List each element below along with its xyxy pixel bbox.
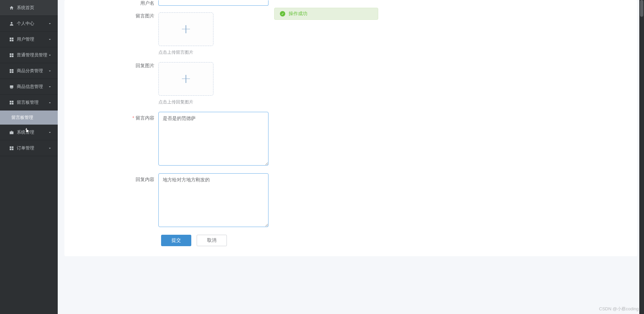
- svg-rect-22: [12, 146, 13, 148]
- button-row: 提交 取消: [64, 235, 637, 246]
- sidebar: 系统首页 个人中心 用户管理 普通管理员管理 商品分类管理 商品信息管理: [0, 0, 58, 314]
- sidebar-item-label: 系统首页: [17, 5, 52, 11]
- svg-rect-2: [12, 37, 13, 39]
- svg-rect-19: [9, 131, 13, 134]
- label-text: 留言内容: [136, 115, 154, 121]
- svg-rect-10: [12, 69, 13, 71]
- label-username: 用户名: [64, 0, 158, 6]
- chevron-down-icon: [48, 69, 52, 73]
- svg-rect-17: [9, 103, 11, 104]
- sidebar-item-product[interactable]: 商品信息管理: [0, 79, 58, 95]
- plus-icon: [181, 25, 191, 34]
- form-panel: ✓ 操作成功 用户名 留言图片 点击上传留言图片 回复图片: [64, 0, 637, 256]
- grid-icon: [9, 37, 14, 42]
- svg-rect-4: [12, 40, 13, 41]
- svg-rect-23: [9, 148, 11, 150]
- sidebar-item-label: 商品分类管理: [17, 68, 48, 74]
- grid-icon: [9, 100, 14, 105]
- sidebar-item-home[interactable]: 系统首页: [0, 0, 58, 16]
- main-content: ✓ 操作成功 用户名 留言图片 点击上传留言图片 回复图片: [58, 0, 644, 314]
- svg-rect-24: [12, 148, 13, 150]
- chevron-down-icon: [48, 21, 52, 26]
- plus-icon: [181, 74, 191, 84]
- svg-rect-7: [9, 55, 11, 57]
- username-input[interactable]: [158, 0, 268, 6]
- svg-rect-5: [9, 53, 11, 55]
- row-reply-image: 回复图片 点击上传回复图片: [64, 62, 637, 105]
- svg-rect-16: [12, 100, 13, 102]
- row-username: 用户名: [64, 0, 637, 6]
- label-message-content: *留言内容: [64, 112, 158, 124]
- message-image-upload[interactable]: [158, 12, 213, 46]
- sidebar-item-orders[interactable]: 订单管理: [0, 140, 58, 156]
- chevron-down-icon: [48, 85, 52, 89]
- toast-message: 操作成功: [289, 11, 307, 17]
- row-message-content: *留言内容: [64, 112, 637, 167]
- sidebar-item-label: 个人中心: [17, 20, 48, 27]
- reply-image-upload[interactable]: [158, 62, 213, 96]
- sidebar-item-label: 普通管理员管理: [17, 52, 48, 58]
- svg-rect-20: [11, 131, 12, 131]
- message-content-textarea[interactable]: [158, 112, 268, 166]
- row-reply-content: 回复内容: [64, 173, 637, 228]
- svg-rect-14: [10, 88, 13, 88]
- sidebar-item-label: 用户管理: [17, 36, 48, 42]
- svg-rect-21: [9, 146, 11, 148]
- chevron-down-icon: [48, 53, 52, 57]
- svg-rect-15: [9, 100, 11, 102]
- sidebar-item-label: 留言板管理: [17, 99, 48, 105]
- sidebar-item-label: 商品信息管理: [17, 84, 48, 90]
- user-icon: [9, 21, 14, 26]
- scrollbar-track[interactable]: [639, 0, 644, 314]
- chevron-down-icon: [48, 37, 52, 41]
- grid-icon: [9, 52, 14, 58]
- sidebar-item-profile[interactable]: 个人中心: [0, 16, 58, 32]
- chevron-up-icon: [48, 100, 52, 104]
- svg-rect-1: [9, 37, 11, 39]
- sidebar-item-users[interactable]: 用户管理: [0, 32, 58, 47]
- sidebar-item-messageboard[interactable]: 留言板管理: [0, 95, 58, 110]
- cancel-button[interactable]: 取消: [197, 235, 227, 246]
- submit-button[interactable]: 提交: [161, 235, 191, 246]
- check-icon: ✓: [280, 11, 285, 16]
- svg-rect-6: [12, 53, 13, 55]
- sidebar-item-label: 订单管理: [17, 145, 48, 151]
- sidebar-item-label: 系统管理: [17, 129, 48, 135]
- label-reply-image: 回复图片: [64, 62, 158, 69]
- reply-image-hint: 点击上传回复图片: [158, 99, 637, 105]
- submenu-item-messageboard[interactable]: 留言板管理: [0, 110, 58, 125]
- reply-content-textarea[interactable]: [158, 173, 268, 227]
- success-toast: ✓ 操作成功: [274, 8, 378, 20]
- label-reply-content: 回复内容: [64, 173, 158, 185]
- grid-icon: [9, 145, 14, 151]
- layers-icon: [9, 84, 14, 89]
- svg-rect-11: [9, 71, 11, 73]
- sidebar-item-admins[interactable]: 普通管理员管理: [0, 47, 58, 63]
- svg-rect-9: [9, 69, 11, 71]
- scrollbar-thumb[interactable]: [640, 0, 643, 17]
- svg-rect-13: [10, 85, 13, 88]
- chevron-down-icon: [48, 146, 52, 150]
- home-icon: [9, 5, 14, 10]
- svg-rect-18: [12, 103, 13, 104]
- sidebar-item-category[interactable]: 商品分类管理: [0, 63, 58, 79]
- submenu-messageboard: 留言板管理: [0, 110, 58, 125]
- grid-icon: [9, 68, 14, 74]
- svg-point-0: [11, 22, 12, 24]
- watermark: CSDN @小蔡coding: [599, 306, 639, 312]
- label-message-image: 留言图片: [64, 12, 158, 19]
- svg-rect-3: [9, 40, 11, 41]
- svg-rect-12: [12, 71, 13, 73]
- briefcase-icon: [9, 130, 14, 135]
- svg-rect-8: [12, 55, 13, 57]
- sidebar-item-system[interactable]: 系统管理: [0, 125, 58, 140]
- message-image-hint: 点击上传留言图片: [158, 49, 637, 55]
- chevron-down-icon: [48, 130, 52, 134]
